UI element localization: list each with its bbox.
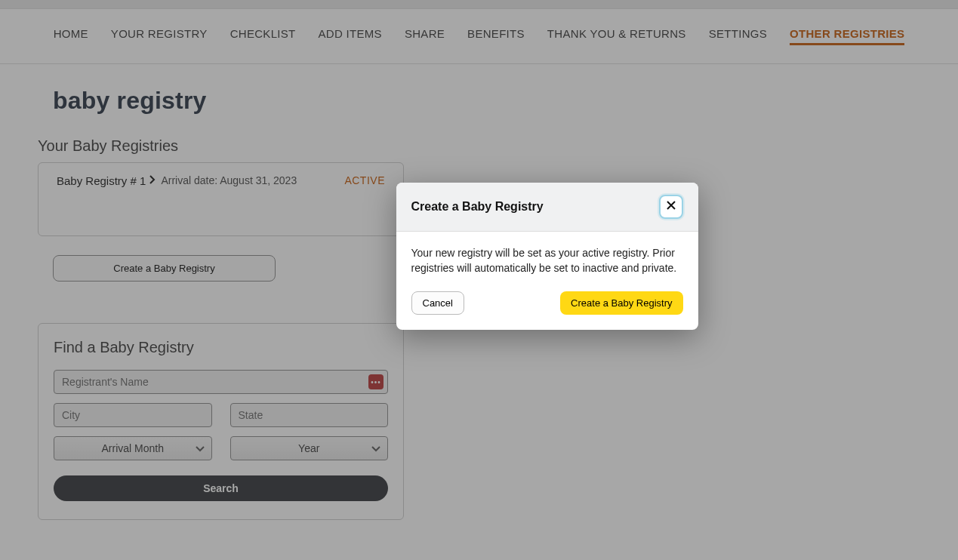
modal-footer: Cancel Create a Baby Registry (396, 282, 698, 330)
modal-body-text: Your new registry will be set as your ac… (396, 232, 698, 282)
modal-overlay[interactable]: Create a Baby Registry Your new registry… (0, 0, 958, 560)
cancel-button[interactable]: Cancel (411, 291, 464, 315)
create-registry-modal: Create a Baby Registry Your new registry… (396, 183, 698, 330)
close-button[interactable] (659, 195, 683, 219)
modal-header: Create a Baby Registry (396, 183, 698, 232)
create-registry-confirm-button[interactable]: Create a Baby Registry (560, 291, 682, 315)
close-icon (666, 200, 676, 214)
modal-title: Create a Baby Registry (411, 200, 544, 214)
